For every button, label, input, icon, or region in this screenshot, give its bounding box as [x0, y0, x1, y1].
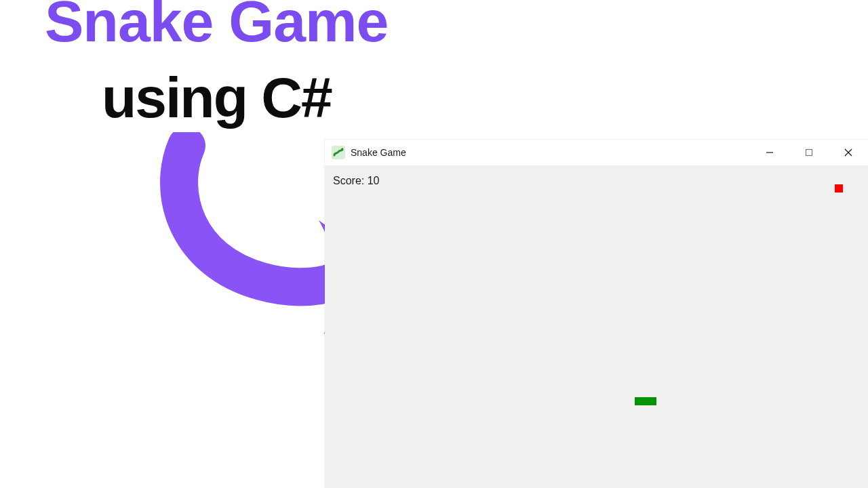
food-block [835, 184, 843, 192]
minimize-button[interactable] [750, 140, 789, 165]
minimize-icon [766, 148, 774, 157]
svg-rect-3 [806, 150, 812, 156]
close-button[interactable] [829, 140, 868, 165]
maximize-button[interactable] [789, 140, 829, 165]
window-titlebar[interactable]: Snake Game [325, 140, 868, 165]
score-text: Score: 10 [333, 175, 379, 187]
headline-line-1: Snake Game [45, 0, 388, 55]
close-icon [844, 148, 852, 157]
snake-game-window: Snake Game Score: 10 [325, 140, 868, 488]
window-controls [750, 140, 868, 165]
svg-point-1 [341, 148, 343, 150]
maximize-icon [805, 148, 813, 157]
app-icon [332, 146, 345, 159]
window-title: Snake Game [351, 147, 406, 158]
headline-line-2: using C# [102, 65, 332, 131]
game-canvas[interactable]: Score: 10 [325, 165, 868, 488]
snake-body [635, 397, 656, 405]
